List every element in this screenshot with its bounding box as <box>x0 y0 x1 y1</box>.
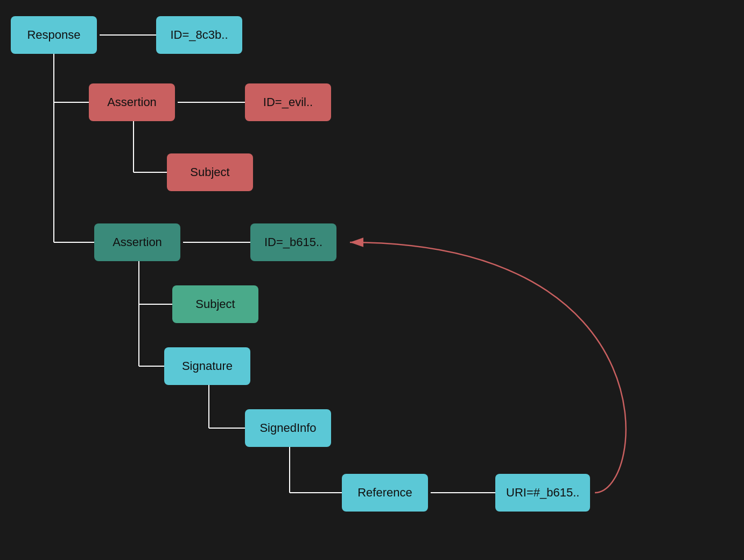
reference-uri-node: URI=#_b615.. <box>495 474 590 512</box>
response-node: Response <box>11 16 97 54</box>
reference-node: Reference <box>342 474 428 512</box>
assertion1-id-node: ID=_evil.. <box>245 83 331 121</box>
assertion2-id-node: ID=_b615.. <box>250 223 336 261</box>
assertion2-node: Assertion <box>94 223 180 261</box>
subject1-node: Subject <box>167 153 253 191</box>
response-id-node: ID=_8c3b.. <box>156 16 242 54</box>
subject2-node: Subject <box>172 285 258 323</box>
signedinfo-node: SignedInfo <box>245 409 331 447</box>
assertion1-node: Assertion <box>89 83 175 121</box>
signature-node: Signature <box>164 347 250 385</box>
